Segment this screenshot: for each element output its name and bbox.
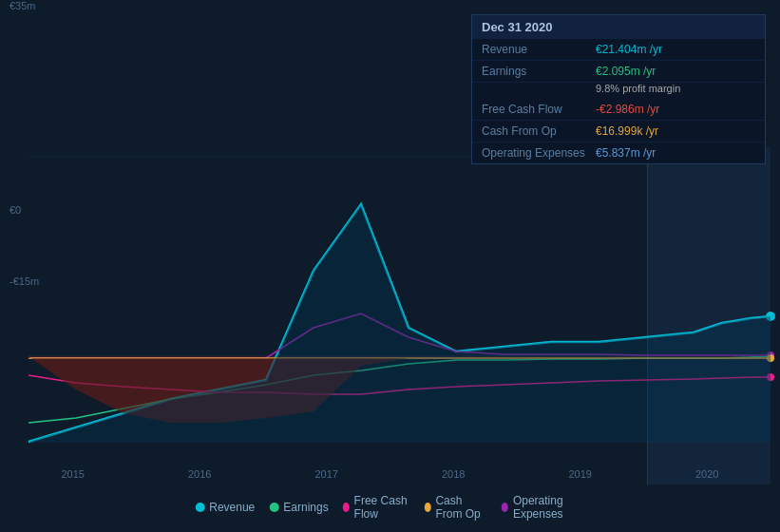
chart-legend: Revenue Earnings Free Cash Flow Cash Fro… xyxy=(195,494,585,521)
legend-cashop-dot xyxy=(424,503,430,512)
x-label-2017: 2017 xyxy=(315,468,338,480)
y-label-0: €0 xyxy=(10,204,21,216)
tooltip-earnings-row: Earnings €2.095m /yr xyxy=(472,61,765,83)
legend-fcf[interactable]: Free Cash Flow xyxy=(343,494,410,521)
tooltip-cashop-value: €16.999k /yr xyxy=(596,124,658,138)
tooltip-profit-margin: 9.8% profit margin xyxy=(472,83,765,99)
tooltip-opex-value: €5.837m /yr xyxy=(596,146,656,160)
x-label-2015: 2015 xyxy=(62,468,85,480)
tooltip-revenue-label: Revenue xyxy=(482,43,596,56)
legend-revenue[interactable]: Revenue xyxy=(195,501,255,514)
legend-revenue-dot xyxy=(195,503,204,512)
legend-revenue-label: Revenue xyxy=(209,501,255,514)
tooltip-cashop-label: Cash From Op xyxy=(482,124,596,138)
tooltip-fcf-label: Free Cash Flow xyxy=(482,103,596,116)
legend-earnings-label: Earnings xyxy=(283,501,328,514)
legend-cashop-label: Cash From Op xyxy=(435,494,487,521)
tooltip-opex-row: Operating Expenses €5.837m /yr xyxy=(472,142,765,163)
legend-earnings[interactable]: Earnings xyxy=(269,501,328,514)
tooltip-opex-label: Operating Expenses xyxy=(482,146,596,160)
x-label-2019: 2019 xyxy=(569,468,592,480)
tooltip-revenue-row: Revenue €21.404m /yr xyxy=(472,39,765,61)
legend-fcf-dot xyxy=(343,503,350,512)
tooltip-fcf-row: Free Cash Flow -€2.986m /yr xyxy=(472,99,765,121)
legend-opex[interactable]: Operating Expenses xyxy=(502,494,585,521)
tooltip-earnings-value: €2.095m /yr xyxy=(596,65,656,78)
tooltip-revenue-value: €21.404m /yr xyxy=(596,43,662,56)
x-label-2020: 2020 xyxy=(695,468,718,480)
legend-opex-label: Operating Expenses xyxy=(513,494,585,521)
legend-opex-dot xyxy=(502,503,508,512)
tooltip-earnings-label: Earnings xyxy=(482,65,596,78)
x-label-2016: 2016 xyxy=(188,468,211,480)
legend-earnings-dot xyxy=(269,503,278,512)
legend-cashop[interactable]: Cash From Op xyxy=(424,494,487,521)
tooltip-panel: Dec 31 2020 Revenue €21.404m /yr Earning… xyxy=(471,14,766,164)
x-axis-labels: 2015 2016 2017 2018 2019 2020 xyxy=(10,468,770,480)
y-label-neg15m: -€15m xyxy=(10,276,39,287)
x-label-2018: 2018 xyxy=(442,468,465,480)
legend-fcf-label: Free Cash Flow xyxy=(354,494,410,521)
tooltip-fcf-value: -€2.986m /yr xyxy=(596,103,659,116)
tooltip-cashop-row: Cash From Op €16.999k /yr xyxy=(472,121,765,142)
tooltip-date: Dec 31 2020 xyxy=(472,15,765,39)
y-label-35m: €35m xyxy=(10,0,36,11)
chart-svg xyxy=(0,147,780,470)
